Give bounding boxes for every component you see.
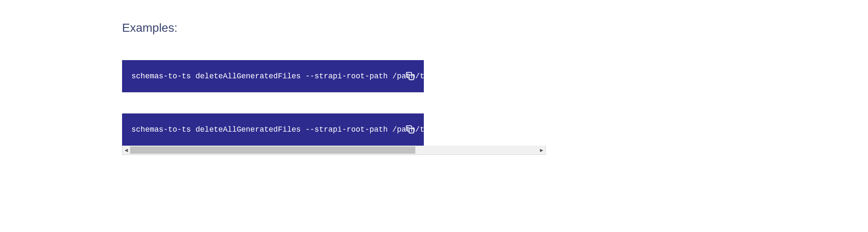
copy-icon — [406, 72, 415, 81]
code-text: schemas-to-ts deleteAllGeneratedFiles --… — [122, 60, 424, 92]
scroll-left-arrow[interactable]: ◀ — [122, 146, 130, 155]
code-block-wrapper: schemas-to-ts deleteAllGeneratedFiles --… — [122, 113, 424, 155]
svg-rect-0 — [409, 75, 414, 80]
copy-button[interactable] — [404, 70, 416, 82]
code-text: schemas-to-ts deleteAllGeneratedFiles --… — [122, 113, 424, 146]
content-container: Examples: schemas-to-ts deleteAllGenerat… — [0, 0, 424, 155]
code-block: schemas-to-ts deleteAllGeneratedFiles --… — [122, 60, 424, 92]
copy-button[interactable] — [404, 124, 416, 135]
code-block: schemas-to-ts deleteAllGeneratedFiles --… — [122, 113, 424, 146]
section-heading: Examples: — [122, 21, 424, 35]
copy-icon — [406, 125, 415, 134]
horizontal-scrollbar[interactable]: ◀ ▶ — [122, 146, 546, 155]
scrollbar-thumb[interactable] — [130, 146, 415, 154]
scrollbar-track[interactable] — [130, 146, 538, 155]
svg-rect-1 — [409, 128, 414, 133]
scroll-right-arrow[interactable]: ▶ — [538, 146, 545, 155]
